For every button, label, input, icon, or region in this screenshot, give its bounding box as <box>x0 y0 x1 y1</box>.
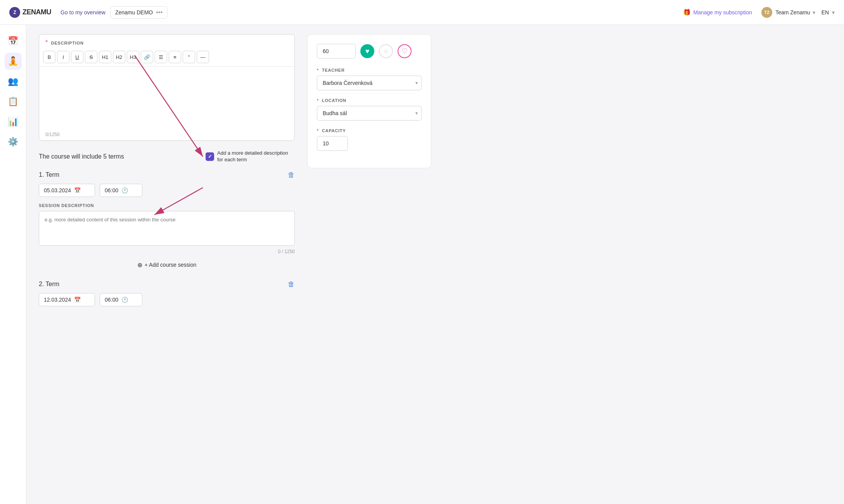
reaction-sad-btn[interactable]: ♡ <box>398 44 412 58</box>
left-panel: * DESCRIPTION B I U S H1 H2 H3 🔗 ☰ ≡ " —… <box>39 34 295 495</box>
terms-summary: The course will include 5 terms <box>39 153 124 160</box>
reaction-row: ♥ ○ ♡ <box>317 44 422 59</box>
sidebar-item-calendar[interactable]: 📅 <box>5 33 22 50</box>
term-1-block: 1. Term 🗑 05.03.2024 📅 06:00 🕐 SESSION D… <box>39 171 295 273</box>
description-label: DESCRIPTION <box>51 41 84 45</box>
sidebar-item-classes[interactable]: 🧘 <box>5 53 22 70</box>
manage-subscription-btn[interactable]: 🎁 Manage my subscription <box>683 9 752 16</box>
char-count: 0/1250 <box>39 129 294 140</box>
top-nav: Z ZENAMU Go to my overview Zenamu DEMO •… <box>0 0 844 25</box>
sidebar-item-analytics[interactable]: 📊 <box>5 113 22 130</box>
term-1-inputs: 05.03.2024 📅 06:00 🕐 <box>39 184 295 197</box>
link-btn[interactable]: 🔗 <box>141 51 153 63</box>
workspace-badge[interactable]: Zenamu DEMO ••• <box>110 6 168 19</box>
location-select-wrapper: Budha sál ▾ <box>317 106 422 121</box>
capacity-top-input[interactable] <box>317 44 356 59</box>
capacity-input[interactable] <box>317 136 348 151</box>
location-label: * LOCATION <box>317 98 422 103</box>
calendar-icon: 📅 <box>74 187 81 193</box>
term-2-date-input[interactable]: 12.03.2024 📅 <box>39 293 95 306</box>
ordered-list-btn[interactable]: ≡ <box>169 51 181 63</box>
checkbox-label: Add a more detailed description for each… <box>217 150 295 163</box>
calendar-icon-2: 📅 <box>74 297 81 303</box>
sidebar-item-members[interactable]: 👥 <box>5 73 22 90</box>
team-avatar: TZ <box>761 7 772 18</box>
right-card: ♥ ○ ♡ * TEACHER Barbora Červenková ▾ <box>307 34 431 168</box>
reaction-neutral-btn[interactable]: ○ <box>379 44 393 58</box>
italic-btn[interactable]: I <box>57 51 69 63</box>
teacher-field-group: * TEACHER Barbora Červenková ▾ <box>317 68 422 90</box>
term-1-date-input[interactable]: 05.03.2024 📅 <box>39 184 95 197</box>
right-panel: ♥ ○ ♡ * TEACHER Barbora Červenková ▾ <box>307 34 431 495</box>
underline-btn[interactable]: U <box>71 51 83 63</box>
term-2-header: 2. Term 🗑 <box>39 280 295 288</box>
overview-link[interactable]: Go to my overview <box>61 9 106 16</box>
location-select[interactable]: Budha sál <box>317 106 422 121</box>
clock-icon-2: 🕐 <box>121 297 128 303</box>
term-1-title: 1. Term <box>39 171 59 178</box>
plus-circle-icon: ⊕ <box>137 261 142 269</box>
terms-header: The course will include 5 terms Add a mo… <box>39 150 295 163</box>
quote-btn[interactable]: " <box>183 51 195 63</box>
teacher-label: * TEACHER <box>317 68 422 72</box>
gift-icon: 🎁 <box>683 9 691 16</box>
logo-icon: Z <box>9 7 20 18</box>
capacity-field-group: * CAPACITY <box>317 128 422 151</box>
description-label-row: * DESCRIPTION <box>39 35 294 48</box>
editor-toolbar: B I U S H1 H2 H3 🔗 ☰ ≡ " — <box>39 48 294 67</box>
term-2-title: 2. Term <box>39 281 59 288</box>
teacher-select-wrapper: Barbora Červenková ▾ <box>317 76 422 90</box>
term-1-delete-icon[interactable]: 🗑 <box>288 171 295 179</box>
sidebar: 📅 🧘 👥 📋 📊 ⚙️ <box>0 25 26 504</box>
session-char-count: 0 / 1250 <box>39 249 295 254</box>
checkbox-group: Add a more detailed description for each… <box>206 150 295 163</box>
language-selector[interactable]: EN ▾ <box>822 9 835 16</box>
reaction-happy-btn[interactable]: ♥ <box>360 44 374 58</box>
more-options-icon[interactable]: ••• <box>156 9 163 16</box>
bullet-list-btn[interactable]: ☰ <box>155 51 167 63</box>
clock-icon: 🕐 <box>121 187 128 193</box>
term-1-time-input[interactable]: 06:00 🕐 <box>100 184 142 197</box>
chevron-down-icon: ▾ <box>813 9 815 16</box>
sidebar-item-notes[interactable]: 📋 <box>5 93 22 110</box>
teacher-select[interactable]: Barbora Červenková <box>317 76 422 90</box>
location-field-group: * LOCATION Budha sál ▾ <box>317 98 422 121</box>
capacity-label: * CAPACITY <box>317 128 422 133</box>
logo: Z ZENAMU <box>9 7 51 18</box>
session-desc-label: SESSION DESCRIPTION <box>39 203 295 208</box>
editor-body[interactable] <box>39 67 294 129</box>
term-2-inputs: 12.03.2024 📅 06:00 🕐 <box>39 293 295 306</box>
bold-btn[interactable]: B <box>43 51 55 63</box>
add-course-session-btn[interactable]: ⊕ + Add course session <box>39 257 295 273</box>
strikethrough-btn[interactable]: S <box>85 51 97 63</box>
term-2-block: 2. Term 🗑 12.03.2024 📅 06:00 🕐 <box>39 280 295 306</box>
team-menu[interactable]: TZ Team Zenamu ▾ <box>761 7 815 18</box>
main-content: * DESCRIPTION B I U S H1 H2 H3 🔗 ☰ ≡ " —… <box>26 25 844 504</box>
detailed-description-checkbox[interactable] <box>206 152 214 161</box>
h1-btn[interactable]: H1 <box>99 51 111 63</box>
description-editor: * DESCRIPTION B I U S H1 H2 H3 🔗 ☰ ≡ " —… <box>39 34 295 141</box>
sidebar-item-settings[interactable]: ⚙️ <box>5 133 22 150</box>
h2-btn[interactable]: H2 <box>113 51 125 63</box>
divider-btn[interactable]: — <box>197 51 209 63</box>
session-description-textarea[interactable] <box>39 211 295 246</box>
term-2-time-input[interactable]: 06:00 🕐 <box>100 293 142 306</box>
term-2-delete-icon[interactable]: 🗑 <box>288 280 295 288</box>
h3-btn[interactable]: H3 <box>127 51 139 63</box>
lang-chevron-icon: ▾ <box>832 9 835 16</box>
term-1-header: 1. Term 🗑 <box>39 171 295 179</box>
